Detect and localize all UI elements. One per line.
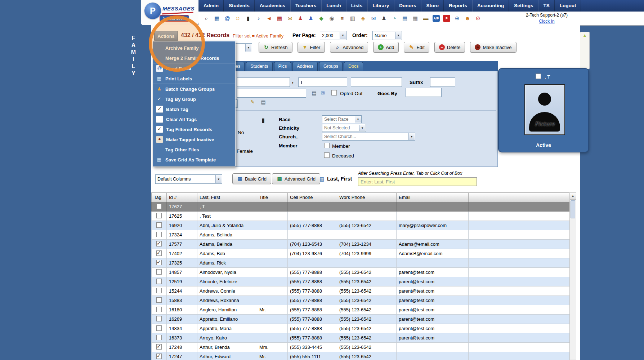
actions-button[interactable]: Actions xyxy=(154,31,178,41)
table-row[interactable]: 17577 Adams, Belinda (704) 123-6543 (704… xyxy=(152,240,570,249)
ticket-icon[interactable]: ◈ xyxy=(359,15,367,22)
person-dark-icon[interactable]: ♟ xyxy=(380,15,388,22)
person-blue-icon[interactable]: ♟ xyxy=(307,15,314,22)
suffix-field[interactable] xyxy=(430,77,455,87)
device-icon[interactable]: ▥ xyxy=(349,15,356,22)
lunch-icon[interactable]: ≡ xyxy=(339,15,346,22)
goes-by-field[interactable] xyxy=(406,88,442,97)
action-button[interactable]: ⌕ Advanced xyxy=(330,42,368,53)
row-tag-checkbox[interactable] xyxy=(156,241,162,246)
row-tag-checkbox[interactable] xyxy=(156,344,162,350)
smiley-orange-icon[interactable]: ☻ xyxy=(464,15,471,22)
nav-item[interactable]: Logout xyxy=(555,0,581,12)
timer-icon[interactable]: ◔ xyxy=(391,15,398,22)
record-tab[interactable]: Pics xyxy=(274,62,291,71)
mail-send-icon[interactable]: ✉ xyxy=(286,15,294,22)
race-select[interactable]: Select Race xyxy=(322,115,362,123)
nav-item[interactable]: Reports xyxy=(444,0,472,12)
nav-item[interactable]: Academics xyxy=(255,0,290,12)
table-row[interactable]: 12519 Almonte, Edelnize (555) 777-8888 (… xyxy=(152,277,570,286)
nav-item[interactable]: Donors xyxy=(394,0,421,12)
table-row[interactable]: 16920 Abril, Julio & Yolanda (555) 777-8… xyxy=(152,221,570,230)
menu-item[interactable]: ✓ Tag By Group xyxy=(153,94,235,104)
row-tag-checkbox[interactable] xyxy=(156,260,162,265)
row-tag-checkbox[interactable] xyxy=(156,297,162,303)
action-button[interactable]: + Add xyxy=(373,42,399,53)
row-tag-checkbox[interactable] xyxy=(156,250,162,256)
menu-item[interactable]: Archive Family xyxy=(153,43,235,53)
row-tag-checkbox[interactable] xyxy=(156,354,162,359)
menu-item[interactable]: ✓ Batch Tag xyxy=(153,104,235,114)
keypad-icon[interactable]: ▦ xyxy=(412,15,419,22)
action-button[interactable]: ↻ Refresh xyxy=(259,42,292,53)
profile-checkbox[interactable] xyxy=(536,74,541,79)
mail-icon[interactable]: ✉ xyxy=(319,90,326,96)
record-tab[interactable]: Address xyxy=(292,62,318,71)
list-icon[interactable]: ▤ xyxy=(401,15,408,22)
row-tag-checkbox[interactable] xyxy=(156,307,162,312)
row-tag-checkbox[interactable] xyxy=(156,279,162,284)
record-tab[interactable]: Students xyxy=(246,62,272,71)
nav-item[interactable]: TS xyxy=(538,0,554,12)
row-tag-checkbox[interactable] xyxy=(156,213,162,218)
row-tag-checkbox[interactable] xyxy=(156,232,162,237)
member-checkbox[interactable] xyxy=(324,143,330,148)
menu-item[interactable]: ● Make Tagged Inactive xyxy=(153,134,235,145)
advanced-grid-button[interactable]: ▦ Advanced Grid xyxy=(272,173,320,184)
table-row[interactable]: 14857 Almodovar, Nydia (555) 777-8888 (5… xyxy=(152,268,570,277)
middle-name-field[interactable] xyxy=(351,77,402,87)
page-scrollbar[interactable]: ▲ xyxy=(580,32,590,69)
row-tag-checkbox[interactable] xyxy=(156,222,162,228)
church-select[interactable]: Select Church... xyxy=(322,133,415,141)
announcement-icon[interactable]: ◄ xyxy=(265,15,273,22)
column-header[interactable] xyxy=(469,193,570,202)
table-row[interactable]: 17627 , T xyxy=(152,202,570,212)
ethnicity-select[interactable]: Not Selected xyxy=(322,124,366,132)
column-header[interactable]: Cell Phone xyxy=(288,193,337,202)
pdf-icon[interactable]: P xyxy=(443,15,450,22)
smiley-icon[interactable]: ☺ xyxy=(234,15,241,22)
table-row[interactable]: 16180 Anglero, Hamilton Mr. (555) 777-88… xyxy=(152,305,570,315)
record-tab[interactable]: Docs xyxy=(344,62,363,71)
table-row[interactable]: 14834 Appratto, Maria (555) 777-8888 (55… xyxy=(152,324,570,333)
column-header[interactable]: Last, First xyxy=(197,193,257,202)
clock-in-link[interactable]: Clock In xyxy=(539,19,554,24)
globe-icon[interactable]: ⊕ xyxy=(453,15,461,22)
nav-item[interactable]: Teachers xyxy=(290,0,321,12)
audio-icon[interactable]: ♪ xyxy=(255,15,262,22)
compass-icon[interactable]: ◉ xyxy=(328,15,335,22)
print-icon[interactable]: ▤ xyxy=(260,99,267,105)
columns-select[interactable]: Default Columns xyxy=(155,174,222,184)
menu-item[interactable]: ✓ Tag Filtered Records xyxy=(153,124,235,134)
column-header[interactable]: Tag xyxy=(152,193,167,202)
nav-item[interactable]: Store xyxy=(421,0,444,12)
table-row[interactable]: 15244 Andrews, Connie (555) 777-8888 (55… xyxy=(152,286,570,296)
table-row[interactable]: 17248 Arthur, Brenda Mrs. (555) 333-4445… xyxy=(152,343,570,352)
nav-item[interactable]: Settings xyxy=(509,0,538,12)
menu-item[interactable]: ♟ Batch Change Groups xyxy=(153,84,235,94)
record-tab[interactable]: Groups xyxy=(319,62,343,71)
nav-item[interactable]: Library xyxy=(367,0,394,12)
person-red-icon[interactable]: ♟ xyxy=(297,15,304,22)
briefcase-icon[interactable]: ▬ xyxy=(422,15,429,22)
nav-item[interactable]: Lunch xyxy=(321,0,346,12)
calendar-icon[interactable]: ▦ xyxy=(276,15,283,22)
row-tag-checkbox[interactable] xyxy=(156,269,162,275)
table-scrollbar[interactable]: ▲ xyxy=(569,192,576,360)
menu-item[interactable]: Merge 2 Family Records xyxy=(153,53,235,63)
menu-item[interactable]: Clear All Tags xyxy=(153,114,235,124)
column-header[interactable]: Email xyxy=(397,193,469,202)
table-row[interactable]: 16373 Arroyo, Kairo (555) 777-8888 (555)… xyxy=(152,333,570,343)
menu-item[interactable]: Tag Other Files xyxy=(153,145,235,155)
scroll-up-icon[interactable]: ▲ xyxy=(580,32,589,39)
row-tag-checkbox[interactable] xyxy=(156,335,162,340)
column-header[interactable]: Id # xyxy=(167,193,197,202)
row-tag-checkbox[interactable] xyxy=(156,316,162,321)
row-tag-checkbox[interactable] xyxy=(156,325,162,331)
table-row[interactable]: 16269 Appratto, Emiliano (555) 777-8888 … xyxy=(152,315,570,324)
table-row[interactable]: 15883 Andrews, Roxanna (555) 777-8888 (5… xyxy=(152,296,570,305)
opted-out-checkbox[interactable] xyxy=(331,90,337,95)
menu-item[interactable]: ▦ Save Grid As Template xyxy=(153,155,235,165)
search-icon[interactable]: ⌕ xyxy=(203,15,210,22)
deceased-checkbox[interactable] xyxy=(324,152,330,158)
